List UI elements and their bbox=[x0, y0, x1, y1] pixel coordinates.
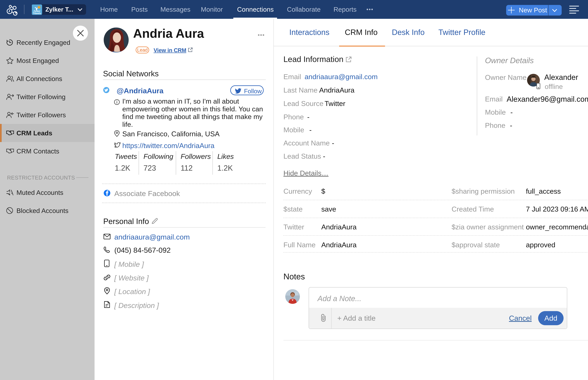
svg-text:Travels: Travels bbox=[33, 12, 41, 15]
